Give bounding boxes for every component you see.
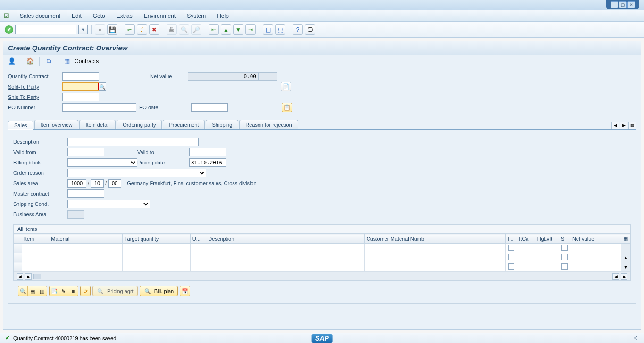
local-layout-button[interactable]: 🖵 [305,24,315,35]
po-date-input[interactable] [191,103,228,112]
col-description[interactable]: Description [206,234,364,244]
tab-list-button[interactable]: ▦ [628,122,636,129]
tab-procurement[interactable]: Procurement [163,120,205,129]
billing-block-select[interactable] [67,158,137,167]
shipping-cond-select[interactable] [67,200,150,208]
layout-button[interactable]: ⬚ [275,24,285,35]
col-s[interactable]: S [559,234,570,244]
col-net-value[interactable]: Net value [570,234,621,244]
contracts-list-icon[interactable]: ▦ [62,57,72,66]
tab-shipping[interactable]: Shipping [206,120,238,129]
hscroll-left-2[interactable]: ◀ [612,273,619,280]
tab-sales[interactable]: Sales [8,121,33,130]
scroll-down-button[interactable]: ▼ [621,262,630,272]
valid-to-input[interactable] [189,148,226,156]
col-item[interactable]: Item [22,234,49,244]
next-page-button[interactable]: ▼ [233,24,243,35]
menu-sales-document[interactable]: Sales document [15,12,65,20]
checkbox[interactable] [508,254,514,260]
table-row[interactable] [14,244,630,253]
description-input[interactable] [67,138,199,146]
tab-item-detail[interactable]: Item detail [79,120,116,129]
select-all-column[interactable] [14,234,22,244]
maximize-button[interactable]: ▢ [619,1,627,8]
create-doc-button[interactable]: 📄 [281,82,291,91]
help-button[interactable]: ? [293,24,303,35]
menu-edit[interactable]: Edit [67,12,86,20]
first-page-button[interactable]: ⇤ [209,24,219,35]
checkbox[interactable] [508,245,514,251]
close-button[interactable]: ✕ [627,1,635,8]
col-i[interactable]: I... [506,234,517,244]
sold-to-input[interactable] [62,82,99,91]
prev-page-button[interactable]: ▲ [221,24,231,35]
refresh-icon[interactable]: ⟳ [81,286,90,296]
deselect-all-icon[interactable]: ▥ [37,286,47,296]
pricing-date-input[interactable] [189,158,226,167]
home-icon[interactable]: 🏠 [25,57,35,66]
menu-goto[interactable]: Goto [88,12,110,20]
dist-channel-input[interactable] [91,179,104,188]
command-dropdown[interactable]: ▼ [78,25,88,34]
col-target-qty[interactable]: Target quantity [123,234,191,244]
select-all-icon[interactable]: ▤ [28,286,37,296]
back-button[interactable]: « [95,24,105,35]
table-row[interactable]: ▲ [14,253,630,262]
sales-org-input[interactable] [67,179,86,188]
po-number-input[interactable] [62,103,136,112]
details-icon[interactable]: 📑 [50,286,59,296]
checkbox[interactable] [561,254,568,260]
ship-to-label[interactable]: Ship-To Party [8,94,62,100]
checkbox[interactable] [561,263,568,270]
bill-plan-button[interactable]: 🔍 Bill. plan [140,286,178,296]
edit-icon[interactable]: ✎ [59,286,68,296]
menu-system[interactable]: System [182,12,210,20]
schedule-icon[interactable]: 📅 [180,286,190,296]
hscroll-right-1[interactable]: ▶ [25,273,32,280]
col-itca[interactable]: ItCa [517,234,535,244]
ship-to-input[interactable] [62,93,99,101]
tab-item-overview[interactable]: Item overview [34,120,79,129]
save-button[interactable]: 💾 [107,24,117,35]
hscroll-thumb[interactable] [33,274,41,279]
menu-environment[interactable]: Environment [139,12,180,20]
items-grid[interactable]: Item Material Target quantity U... Descr… [14,234,630,272]
hscroll-right-2[interactable]: ▶ [621,273,627,280]
sold-to-search-help[interactable]: 🔍 [99,82,106,91]
grid-config-button[interactable]: ▦ [621,234,630,244]
tab-ordering-party[interactable]: Ordering party [117,120,162,129]
tab-reason-rejection[interactable]: Reason for rejection [239,120,298,129]
hscroll-left[interactable]: ◀ [17,273,23,280]
cancel-button[interactable]: ✖ [149,24,159,35]
division-input[interactable] [108,179,121,188]
sold-to-label[interactable]: Sold-To Party [8,84,62,90]
rows-icon[interactable]: ≡ [68,286,78,296]
order-reason-select[interactable] [67,169,206,177]
new-session-button[interactable]: ◫ [263,24,273,35]
copy-icon[interactable]: ⧉ [44,57,53,66]
status-expand-icon[interactable]: ◁ [634,335,640,342]
quantity-contract-input[interactable] [62,72,99,81]
valid-from-input[interactable] [67,148,104,156]
col-cust-material[interactable]: Customer Material Numb [364,234,506,244]
header-detail-button[interactable]: 📋 [282,103,292,112]
last-page-button[interactable]: ⇥ [245,24,256,35]
scroll-up-button[interactable]: ▲ [621,253,630,262]
tab-scroll-left[interactable]: ◀ [611,122,619,129]
menu-help[interactable]: Help [212,12,234,20]
enter-button[interactable]: ✔ [5,25,13,34]
col-material[interactable]: Material [49,234,123,244]
master-contract-input[interactable] [67,189,104,198]
menu-extras[interactable]: Extras [112,12,137,20]
checkbox[interactable] [561,245,568,251]
command-field[interactable] [15,25,76,34]
magnify-icon[interactable]: 🔍 [18,286,28,296]
exit-button[interactable]: ⤴ [137,24,147,35]
back-green-button[interactable]: ⤺ [125,24,135,35]
minimize-button[interactable]: — [611,1,618,8]
tab-scroll-right[interactable]: ▶ [620,122,627,129]
col-uom[interactable]: U... [190,234,206,244]
col-hglvit[interactable]: HgLvIt [535,234,559,244]
table-row[interactable]: ▼ [14,262,630,272]
display-header-button[interactable]: 👤 [7,57,17,66]
